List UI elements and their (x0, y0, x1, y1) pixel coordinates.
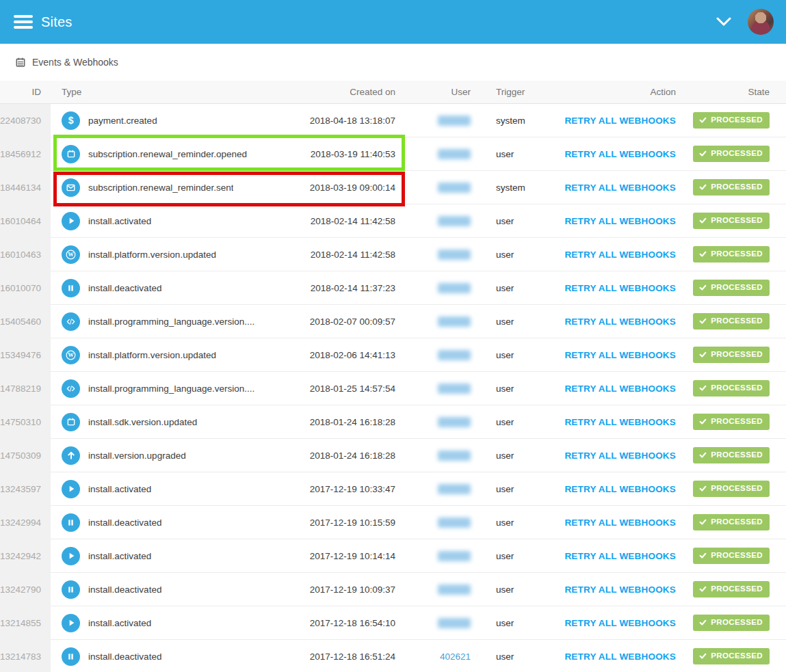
retry-all-webhooks-button[interactable]: RETRY ALL WEBHOOKS (564, 250, 676, 260)
event-type: install.programming_language.version.... (88, 384, 254, 394)
event-type: subscription.renewal_reminder.opened (88, 149, 247, 159)
status-badge: PROCESSED (693, 414, 770, 430)
event-type: install.sdk.version.updated (88, 417, 197, 427)
retry-all-webhooks-button[interactable]: RETRY ALL WEBHOOKS (564, 551, 676, 561)
hamburger-menu-icon[interactable] (14, 15, 33, 29)
status-badge: PROCESSED (693, 179, 770, 196)
check-icon (699, 518, 707, 526)
status-badge-label: PROCESSED (711, 183, 763, 192)
event-id: 14750310 (0, 405, 51, 439)
table-row: 13214855 install.activated 2017-12-18 16… (0, 606, 786, 640)
user-id-redacted (438, 149, 471, 159)
column-header-user: User (395, 87, 471, 97)
event-trigger: user (496, 518, 530, 528)
event-trigger: user (496, 149, 530, 159)
check-icon (699, 585, 707, 593)
retry-all-webhooks-button[interactable]: RETRY ALL WEBHOOKS (564, 350, 676, 360)
play-icon (62, 547, 80, 565)
event-id: 16010463 (0, 238, 51, 271)
table-row: 13242790 install.deactivated 2017-12-19 … (0, 573, 786, 606)
status-badge: PROCESSED (693, 313, 770, 330)
table-row: 15405460 install.programming_language.ve… (0, 305, 786, 338)
event-id: 15349476 (0, 338, 51, 372)
user-id-redacted (438, 484, 471, 494)
status-badge-label: PROCESSED (711, 518, 763, 527)
event-created-on: 2017-12-19 10:33:47 (293, 484, 395, 494)
retry-all-webhooks-button[interactable]: RETRY ALL WEBHOOKS (564, 116, 676, 126)
event-created-on: 2017-12-19 10:09:37 (293, 584, 395, 595)
calendar-icon (62, 413, 80, 431)
check-icon (699, 351, 707, 358)
retry-all-webhooks-button[interactable]: RETRY ALL WEBHOOKS (564, 183, 676, 193)
check-icon (699, 384, 707, 392)
retry-all-webhooks-button[interactable]: RETRY ALL WEBHOOKS (564, 618, 676, 628)
retry-all-webhooks-button[interactable]: RETRY ALL WEBHOOKS (564, 451, 676, 461)
table-body: 22408730 $ payment.created 2018-04-18 13… (0, 104, 786, 672)
event-trigger: user (496, 216, 530, 226)
event-id: 14788219 (0, 372, 51, 405)
check-icon (699, 150, 707, 157)
wordpress-icon: W (62, 245, 80, 264)
event-id: 13242994 (0, 506, 51, 539)
status-badge-label: PROCESSED (711, 384, 763, 393)
user-id-redacted (438, 551, 471, 561)
play-icon (62, 614, 80, 632)
status-badge: PROCESSED (693, 380, 770, 397)
wordpress-icon: W (62, 346, 80, 364)
play-icon (62, 480, 80, 498)
retry-all-webhooks-button[interactable]: RETRY ALL WEBHOOKS (564, 149, 676, 159)
event-created-on: 2017-12-18 16:54:10 (293, 618, 395, 628)
table-row: 13242994 install.deactivated 2017-12-19 … (0, 506, 786, 539)
user-id-redacted (438, 350, 471, 360)
status-badge: PROCESSED (693, 615, 770, 631)
chevron-down-icon[interactable] (716, 17, 731, 27)
event-created-on: 2018-02-07 00:09:57 (293, 317, 395, 327)
table-row: 16010070 install.deactivated 2018-02-14 … (0, 271, 786, 305)
event-created-on: 2017-12-19 10:14:14 (293, 551, 395, 561)
retry-all-webhooks-button[interactable]: RETRY ALL WEBHOOKS (564, 317, 676, 327)
status-badge-label: PROCESSED (711, 149, 763, 159)
event-type: install.programming_language.version.... (88, 317, 254, 327)
event-created-on: 2018-02-14 11:42:58 (293, 250, 395, 260)
event-id: 16010464 (0, 204, 51, 238)
event-type: install.deactivated (88, 518, 161, 528)
check-icon (699, 451, 707, 459)
retry-all-webhooks-button[interactable]: RETRY ALL WEBHOOKS (564, 417, 676, 427)
code-icon (62, 312, 80, 331)
event-type: install.deactivated (88, 283, 161, 293)
check-icon (699, 317, 707, 325)
user-avatar[interactable] (748, 9, 774, 35)
status-badge: PROCESSED (693, 112, 770, 129)
retry-all-webhooks-button[interactable]: RETRY ALL WEBHOOKS (564, 484, 676, 494)
table-row: 14788219 install.programming_language.ve… (0, 372, 786, 405)
event-trigger: system (496, 116, 530, 126)
check-icon (699, 284, 707, 291)
user-id-redacted (438, 584, 471, 595)
event-type: install.platform.version.updated (88, 350, 216, 360)
table-row: 13214783 install.deactivated 2017-12-18 … (0, 640, 786, 672)
status-badge: PROCESSED (693, 347, 770, 363)
table-row: 18446134 subscription.renewal_reminder.s… (0, 171, 786, 204)
section-title: Events & Webhooks (32, 57, 118, 68)
retry-all-webhooks-button[interactable]: RETRY ALL WEBHOOKS (564, 216, 676, 226)
code-icon (62, 379, 80, 398)
event-trigger: user (496, 250, 530, 260)
event-id: 13243597 (0, 472, 51, 506)
column-header-state: State (676, 87, 770, 97)
event-created-on: 2018-01-24 16:18:28 (293, 417, 395, 427)
retry-all-webhooks-button[interactable]: RETRY ALL WEBHOOKS (564, 651, 676, 662)
retry-all-webhooks-button[interactable]: RETRY ALL WEBHOOKS (564, 384, 676, 394)
calendar-icon (62, 145, 80, 163)
retry-all-webhooks-button[interactable]: RETRY ALL WEBHOOKS (564, 283, 676, 293)
retry-all-webhooks-button[interactable]: RETRY ALL WEBHOOKS (564, 518, 676, 528)
svg-text:W: W (68, 351, 74, 358)
arrow-up-icon (62, 446, 80, 465)
column-header-type: Type (62, 87, 293, 97)
check-icon (699, 552, 707, 559)
retry-all-webhooks-button[interactable]: RETRY ALL WEBHOOKS (564, 584, 676, 595)
check-icon (699, 250, 707, 258)
user-link[interactable]: 402621 (440, 651, 471, 662)
top-bar: Sites (0, 0, 786, 44)
status-badge-label: PROCESSED (711, 250, 763, 259)
user-id-redacted (438, 250, 471, 260)
